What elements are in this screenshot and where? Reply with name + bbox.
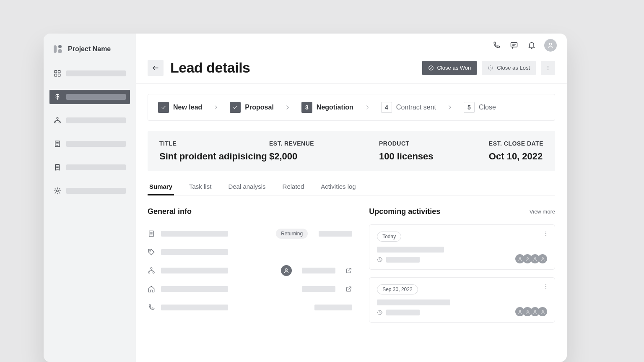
attendee-avatar[interactable] — [538, 307, 547, 316]
step-contract-sent[interactable]: 4 Contract sent — [381, 102, 436, 113]
svg-point-9 — [59, 122, 60, 123]
step-number: 5 — [464, 102, 475, 113]
bell-icon[interactable] — [527, 40, 537, 50]
receipt-icon — [54, 164, 61, 171]
nav-label-placeholder — [66, 164, 126, 170]
step-label: Close — [479, 104, 496, 111]
info-value-placeholder — [161, 305, 228, 310]
svg-point-14 — [428, 65, 433, 70]
step-close[interactable]: 5 Close — [464, 102, 496, 113]
svg-point-8 — [55, 122, 56, 123]
summary-title-col: TITLE Sint proident adipisicing — [159, 140, 252, 162]
more-icon[interactable] — [543, 231, 549, 237]
nav-label-placeholder — [66, 70, 126, 76]
svg-point-26 — [545, 233, 546, 234]
building-icon — [148, 230, 155, 237]
step-number: 4 — [381, 102, 392, 113]
nav-item-documents[interactable] — [49, 137, 130, 151]
svg-point-33 — [545, 284, 546, 285]
external-link-icon[interactable] — [345, 286, 352, 292]
tab-activities-log[interactable]: Activities log — [319, 179, 357, 195]
home-icon — [148, 285, 155, 293]
more-icon[interactable] — [543, 284, 549, 289]
back-button[interactable] — [148, 60, 164, 76]
svg-point-38 — [527, 310, 528, 312]
tab-related[interactable]: Related — [281, 179, 306, 195]
phone-icon — [148, 304, 155, 311]
info-row-address — [148, 280, 352, 298]
info-value-placeholder — [302, 286, 335, 292]
svg-point-18 — [548, 69, 548, 70]
tab-content: General info Returning — [136, 195, 567, 330]
info-row-tag — [148, 243, 352, 261]
svg-point-23 — [153, 272, 154, 273]
close-as-lost-button[interactable]: Close as Lost — [482, 61, 536, 75]
app-window: Project Name — [44, 34, 567, 362]
step-label: Contract sent — [396, 104, 436, 111]
summary-product-value: 100 licenses — [379, 151, 472, 162]
external-link-icon[interactable] — [345, 267, 352, 274]
summary-product-label: PRODUCT — [379, 140, 472, 147]
svg-rect-5 — [55, 74, 57, 76]
activity-card[interactable]: Today — [369, 224, 555, 270]
clock-icon — [377, 310, 383, 315]
view-more-link[interactable]: View more — [530, 208, 555, 215]
svg-point-37 — [519, 310, 521, 312]
summary-title-value: Sint proident adipisicing — [159, 151, 252, 162]
activity-time-placeholder — [386, 310, 420, 315]
nav-item-dashboard[interactable] — [49, 66, 130, 81]
user-avatar[interactable] — [544, 39, 557, 52]
grid-icon — [54, 70, 61, 77]
svg-point-39 — [534, 310, 536, 312]
nav-item-org[interactable] — [49, 113, 130, 128]
svg-point-32 — [542, 257, 543, 259]
chevron-right-icon — [447, 104, 453, 110]
svg-rect-6 — [58, 74, 60, 76]
summary-close-date-label: EST. CLOSE DATE — [489, 140, 543, 147]
activity-date-badge: Today — [377, 232, 401, 242]
nav-label-placeholder — [66, 141, 126, 147]
page-title: Lead details — [170, 60, 415, 76]
phone-icon[interactable] — [491, 40, 501, 50]
chat-icon[interactable] — [509, 40, 519, 50]
check-icon — [158, 102, 169, 113]
svg-rect-3 — [55, 70, 57, 73]
svg-point-20 — [150, 250, 151, 251]
nav-label-placeholder — [66, 117, 126, 123]
svg-point-31 — [534, 257, 536, 259]
page-header: Lead details Close as Won Close as Lost — [136, 57, 567, 83]
returning-badge: Returning — [276, 229, 308, 239]
upcoming-activities-title: Upcoming activities — [369, 207, 440, 216]
nav-item-leads[interactable] — [49, 90, 130, 104]
attendee-avatar[interactable] — [538, 254, 547, 263]
svg-rect-0 — [54, 45, 57, 53]
svg-point-29 — [519, 257, 521, 259]
close-as-won-button[interactable]: Close as Won — [422, 61, 477, 75]
tab-deal-analysis[interactable]: Deal analysis — [226, 179, 267, 195]
nav-label-placeholder — [66, 94, 126, 100]
activity-title-placeholder — [377, 247, 444, 253]
info-row-company: Returning — [148, 224, 352, 243]
tab-task-list[interactable]: Task list — [187, 179, 213, 195]
svg-point-21 — [151, 268, 152, 269]
more-actions-button[interactable] — [541, 61, 555, 75]
step-proposal[interactable]: Proposal — [230, 102, 273, 113]
tabs: Sumary Task list Deal analysis Related A… — [148, 179, 555, 195]
upcoming-activities-section: Upcoming activities View more Today — [369, 207, 555, 330]
sidebar-header: Project Name — [49, 44, 130, 66]
person-avatar[interactable] — [281, 265, 292, 276]
svg-point-16 — [548, 65, 548, 66]
nav-item-invoices[interactable] — [49, 160, 130, 174]
svg-point-13 — [549, 43, 551, 45]
chevron-right-icon — [364, 104, 370, 110]
info-value-placeholder — [319, 231, 352, 237]
info-value-placeholder — [302, 268, 335, 273]
nav-item-settings[interactable] — [49, 184, 130, 198]
check-icon — [230, 102, 241, 113]
tab-summary[interactable]: Sumary — [148, 179, 174, 195]
info-value-placeholder — [161, 286, 228, 292]
step-new-lead[interactable]: New lead — [158, 102, 202, 113]
step-negotiation[interactable]: 3 Negotiation — [301, 102, 353, 113]
activity-card[interactable]: Sep 30, 2022 — [369, 277, 555, 323]
activity-attendees — [517, 254, 547, 263]
